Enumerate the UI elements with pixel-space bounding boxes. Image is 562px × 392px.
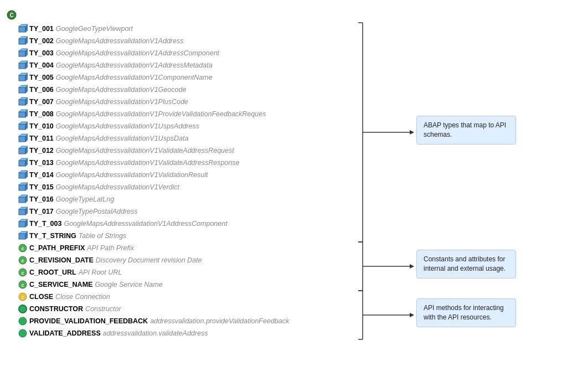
method-item-CONSTRUCTOR[interactable]: CONSTRUCTOR Constructor (6, 303, 349, 315)
svg-rect-38 (19, 173, 25, 178)
svg-point-66 (19, 305, 27, 313)
cube-icon-TY_014 (18, 171, 28, 179)
type-key-TY_016: TY_016 (29, 195, 54, 203)
type-value-TY_010: GoogleMapsAddressvalidationV1UspsAddress (56, 122, 199, 130)
type-value-TY_004: GoogleMapsAddressvalidationV1AddressMeta… (56, 61, 213, 69)
type-key-TY_005: TY_005 (29, 74, 54, 81)
type-item-TY_012[interactable]: TY_012 GoogleMapsAddressvalidationV1Vali… (6, 145, 349, 157)
type-value-TY_008: GoogleMapsAddressvalidationV1ProvideVali… (56, 110, 266, 118)
type-item-TY_004[interactable]: TY_004 GoogleMapsAddressvalidationV1Addr… (6, 59, 349, 71)
svg-text:c: c (22, 295, 24, 300)
type-key-TY_017: TY_017 (29, 208, 54, 215)
method-icon-CLOSE: c (18, 292, 28, 301)
type-item-TY_T_STRING[interactable]: TY_T_STRING Table of Strings (6, 230, 349, 242)
method-item-PROVIDE_VALIDATION_FEEDBACK[interactable]: PROVIDE_VALIDATION_FEEDBACK addressvalid… (6, 315, 349, 327)
svg-text:c: c (21, 246, 24, 251)
annotations-panel: ABAP types that map to API schemas.Const… (349, 6, 556, 386)
type-item-TY_015[interactable]: TY_015 GoogleMapsAddressvalidationV1Verd… (6, 181, 349, 193)
const-icon-C_PATH_PREFIX: c (18, 244, 28, 252)
cube-icon-TY_017 (18, 207, 28, 216)
svg-rect-5 (19, 39, 25, 44)
type-value-TY_013: GoogleMapsAddressvalidationV1ValidateAdd… (56, 159, 240, 167)
const-item-C_PATH_PREFIX[interactable]: c C_PATH_PREFIX API Path Prefix (6, 242, 349, 254)
type-value-TY_007: GoogleMapsAddressvalidationV1PlusCode (56, 98, 188, 106)
cube-icon-TY_012 (18, 146, 28, 155)
bracket-lines-svg (349, 6, 556, 386)
main-container: C TY_001 GoogleGeoTypeViewport (0, 0, 562, 392)
type-item-TY_011[interactable]: TY_011 GoogleMapsAddressvalidationV1Usps… (6, 132, 349, 145)
type-item-TY_001[interactable]: TY_001 GoogleGeoTypeViewport (6, 23, 349, 35)
const-key-C_PATH_PREFIX: C_PATH_PREFIX (29, 244, 85, 252)
type-item-TY_003[interactable]: TY_003 GoogleMapsAddressvalidationV1Addr… (6, 47, 349, 59)
type-value-TY_003: GoogleMapsAddressvalidationV1AddressComp… (56, 49, 219, 57)
const-item-C_SERVICE_NAME[interactable]: c C_SERVICE_NAME Google Service Name (6, 278, 349, 291)
svg-rect-47 (19, 209, 25, 215)
type-value-TY_T_STRING: Table of Strings (79, 232, 126, 240)
type-key-TY_001: TY_001 (29, 25, 54, 33)
svg-rect-50 (19, 221, 25, 227)
cube-icon-TY_015 (18, 183, 28, 192)
type-item-TY_007[interactable]: TY_007 GoogleMapsAddressvalidationV1Plus… (6, 96, 349, 108)
const-icon-C_ROOT_URL: c (18, 268, 28, 277)
method-key-CLOSE: CLOSE (29, 293, 53, 301)
svg-rect-8 (19, 51, 25, 56)
type-value-TY_017: GoogleTypePostalAddress (56, 208, 138, 215)
svg-rect-41 (19, 185, 25, 190)
method-item-CLOSE[interactable]: c CLOSE Close Connection (6, 291, 349, 303)
type-item-TY_013[interactable]: TY_013 GoogleMapsAddressvalidationV1Vali… (6, 157, 349, 169)
type-key-TY_002: TY_002 (29, 37, 54, 45)
type-item-TY_005[interactable]: TY_005 GoogleMapsAddressvalidationV1Comp… (6, 71, 349, 84)
svg-text:C: C (9, 12, 13, 18)
svg-marker-76 (410, 264, 414, 269)
const-value-C_ROOT_URL: API Root URL (79, 269, 122, 276)
type-item-TY_008[interactable]: TY_008 GoogleMapsAddressvalidationV1Prov… (6, 108, 349, 120)
type-item-TY_T_003[interactable]: TY_T_003 GoogleMapsAddressvalidationV1Ad… (6, 218, 349, 230)
svg-rect-23 (19, 112, 25, 117)
svg-rect-20 (19, 100, 25, 105)
type-item-TY_010[interactable]: TY_010 GoogleMapsAddressvalidationV1Usps… (6, 120, 349, 132)
svg-rect-14 (19, 75, 25, 81)
type-item-TY_006[interactable]: TY_006 GoogleMapsAddressvalidationV1Geoc… (6, 84, 349, 96)
method-icon-VALIDATE_ADDRESS (18, 329, 28, 338)
method-key-PROVIDE_VALIDATION_FEEDBACK: PROVIDE_VALIDATION_FEEDBACK (29, 317, 148, 325)
type-value-TY_002: GoogleMapsAddressvalidationV1Address (56, 37, 184, 45)
svg-rect-35 (19, 161, 25, 166)
cube-icon-TY_T_003 (18, 219, 28, 228)
type-item-TY_002[interactable]: TY_002 GoogleMapsAddressvalidationV1Addr… (6, 35, 349, 47)
cube-icon-TY_001 (18, 24, 28, 33)
method-value-CLOSE: Close Connection (55, 293, 110, 301)
cube-icon-TY_010 (18, 122, 28, 131)
cube-icon-TY_013 (18, 158, 28, 167)
type-key-TY_006: TY_006 (29, 86, 54, 94)
method-icon-PROVIDE_VALIDATION_FEEDBACK (18, 317, 28, 326)
svg-point-68 (19, 329, 27, 337)
type-key-TY_015: TY_015 (29, 183, 54, 191)
svg-rect-29 (19, 136, 25, 142)
const-key-C_REVISION_DATE: C_REVISION_DATE (29, 256, 94, 264)
type-key-TY_004: TY_004 (29, 61, 54, 69)
type-key-TY_014: TY_014 (29, 171, 54, 179)
type-key-TY_011: TY_011 (29, 135, 54, 142)
type-value-TY_012: GoogleMapsAddressvalidationV1ValidateAdd… (56, 147, 234, 154)
tree-panel: C TY_001 GoogleGeoTypeViewport (6, 6, 349, 386)
const-item-C_REVISION_DATE[interactable]: c C_REVISION_DATE Discovery Document rev… (6, 254, 349, 266)
svg-rect-11 (19, 63, 25, 69)
root-item[interactable]: C (6, 8, 349, 22)
svg-marker-72 (410, 130, 414, 135)
const-icon-C_REVISION_DATE: c (18, 256, 28, 265)
const-item-C_ROOT_URL[interactable]: c C_ROOT_URL API Root URL (6, 266, 349, 278)
type-item-TY_017[interactable]: TY_017 GoogleTypePostalAddress (6, 205, 349, 218)
methods-section: c CLOSE Close Connection CONSTRUCTOR Con… (6, 291, 349, 339)
cube-icon-TY_005 (18, 73, 28, 82)
svg-rect-32 (19, 148, 25, 154)
type-value-TY_014: GoogleMapsAddressvalidationV1ValidationR… (56, 171, 208, 179)
type-key-TY_007: TY_007 (29, 98, 54, 106)
const-key-C_ROOT_URL: C_ROOT_URL (29, 269, 76, 276)
svg-rect-2 (19, 27, 25, 32)
cube-icon-TY_008 (18, 110, 28, 118)
type-key-TY_010: TY_010 (29, 122, 54, 130)
cube-icon-TY_004 (18, 61, 28, 70)
method-item-VALIDATE_ADDRESS[interactable]: VALIDATE_ADDRESS addressvalidation.valid… (6, 327, 349, 339)
type-item-TY_016[interactable]: TY_016 GoogleTypeLatLng (6, 193, 349, 205)
type-item-TY_014[interactable]: TY_014 GoogleMapsAddressvalidationV1Vali… (6, 169, 349, 181)
